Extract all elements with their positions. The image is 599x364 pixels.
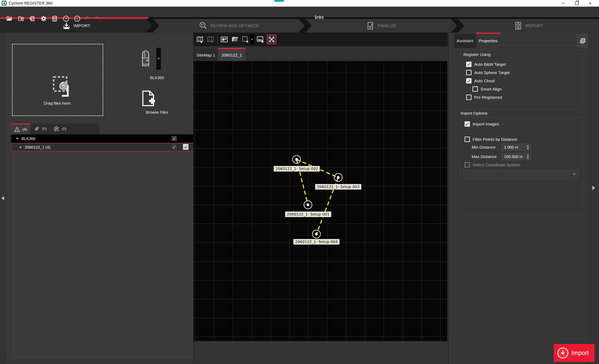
field-label: Min Distance bbox=[472, 145, 499, 150]
svg-text:?: ? bbox=[65, 17, 67, 21]
show-links-tool[interactable] bbox=[267, 34, 276, 44]
main-area: Drag files here. BLK360 Browse Files bbox=[0, 33, 599, 364]
setup-node-001[interactable] bbox=[304, 201, 312, 209]
minimize-button[interactable] bbox=[557, 0, 570, 7]
maximize-button[interactable] bbox=[571, 0, 583, 7]
add-geotag-button[interactable] bbox=[230, 35, 239, 44]
sitemap-canvas[interactable]: 2060122_1- Setup 002 2060122_1- Setup 00… bbox=[194, 61, 447, 341]
tree-checkbox-checked[interactable]: ✓ bbox=[172, 144, 177, 150]
checkbox-checked[interactable] bbox=[466, 62, 471, 67]
image-thumbnail-icon[interactable] bbox=[183, 144, 188, 150]
coordinate-system-dropdown[interactable] bbox=[463, 170, 579, 178]
setup-label[interactable]: 2060122_1- Setup 004 bbox=[293, 239, 340, 245]
setup-label[interactable]: 2060122_1- Setup 003 bbox=[315, 184, 361, 190]
tab-2060122-1[interactable]: 2060122_1 bbox=[218, 48, 246, 61]
tab-sitemap-1[interactable]: SiteMap 1 bbox=[194, 49, 218, 61]
spinner-control[interactable] bbox=[526, 154, 530, 160]
panel-layout-button[interactable] bbox=[577, 34, 588, 48]
divider bbox=[6, 121, 198, 122]
option-auto-sphere-target[interactable]: Auto Sphere Target bbox=[466, 70, 510, 75]
finalize-step-icon bbox=[366, 21, 375, 30]
checkbox-unchecked[interactable] bbox=[472, 86, 478, 92]
open-project-button[interactable] bbox=[6, 15, 14, 23]
warning-icon bbox=[14, 127, 20, 132]
device-source-block[interactable]: BLK360 bbox=[123, 42, 190, 81]
setup-node-003[interactable] bbox=[334, 173, 343, 182]
workflow-step-label: REPORT bbox=[526, 23, 543, 28]
option-pre-registered[interactable]: Pre-Registered bbox=[466, 95, 502, 100]
undo-button[interactable] bbox=[84, 15, 91, 23]
chevron-down-icon bbox=[158, 58, 160, 59]
setup-label[interactable]: 2060122_1- Setup 001 bbox=[285, 212, 331, 217]
info-button[interactable]: i bbox=[73, 15, 81, 23]
attachment-icon bbox=[34, 126, 40, 132]
option-filter-points[interactable]: Filter Points by Distance bbox=[465, 137, 517, 142]
checkbox-checked[interactable] bbox=[465, 121, 470, 127]
file-plus-icon bbox=[141, 90, 155, 107]
tree-row-blk360[interactable]: BLK360 ✓ bbox=[11, 135, 197, 143]
option-auto-bw-target[interactable]: Auto B&W Target bbox=[466, 62, 506, 67]
spinner-control[interactable] bbox=[526, 144, 530, 150]
workflow-step-report[interactable]: REPORT bbox=[458, 19, 599, 33]
register-using-group: Register Using Auto B&W Target Auto Sphe… bbox=[460, 50, 584, 109]
left-panel-gutter bbox=[0, 33, 6, 364]
min-distance-input[interactable]: 1.000 m bbox=[502, 144, 531, 151]
tab-attachments[interactable]: (0) bbox=[30, 124, 50, 134]
close-button[interactable]: × bbox=[584, 0, 596, 7]
group-title: Import Options bbox=[460, 111, 488, 116]
expander-down-icon[interactable] bbox=[16, 138, 19, 140]
export-image-button[interactable] bbox=[256, 35, 265, 44]
workflow-step-finalize[interactable]: FINALIZE bbox=[305, 19, 457, 33]
archive-project-button[interactable] bbox=[28, 15, 36, 23]
group-title: Register Using bbox=[463, 52, 491, 57]
option-import-images[interactable]: Import Images bbox=[465, 121, 499, 127]
area-select-button[interactable] bbox=[241, 35, 250, 44]
collapse-left-panel-arrow[interactable] bbox=[1, 196, 4, 200]
checkbox-disabled[interactable] bbox=[465, 162, 470, 168]
field-value: 1.000 m bbox=[504, 145, 518, 150]
expander-right-icon[interactable] bbox=[20, 146, 22, 149]
option-auto-cloud[interactable]: Auto Cloud bbox=[466, 78, 495, 84]
add-base-image-button[interactable] bbox=[220, 35, 229, 44]
tab-models[interactable]: (0) bbox=[50, 124, 70, 134]
checkbox-checked[interactable] bbox=[466, 78, 471, 84]
remove-sitemap-button[interactable] bbox=[206, 35, 215, 44]
setup-label[interactable]: 2060122_1- Setup 002 bbox=[274, 166, 320, 172]
storage-button[interactable] bbox=[51, 15, 59, 23]
spin-up-icon[interactable] bbox=[527, 145, 529, 147]
max-distance-row: Max Distance 100.000 m bbox=[472, 153, 531, 160]
close-project-button[interactable] bbox=[18, 15, 25, 23]
help-button[interactable]: ? bbox=[62, 15, 70, 23]
spin-down-icon[interactable] bbox=[527, 157, 529, 159]
setup-node-dot bbox=[307, 203, 309, 206]
info-icon: i bbox=[74, 15, 80, 22]
checkbox-unchecked[interactable] bbox=[465, 137, 470, 142]
tab-properties[interactable]: Properties bbox=[476, 33, 500, 48]
add-sitemap-button[interactable] bbox=[195, 35, 204, 44]
workflow-step-review[interactable]: REVIEW AND OPTIMIZE bbox=[153, 19, 305, 33]
setup-node-dot bbox=[295, 158, 298, 161]
checkbox-unchecked[interactable] bbox=[466, 70, 471, 75]
spin-up-icon[interactable] bbox=[527, 154, 529, 156]
file-dropzone[interactable]: Drag files here. bbox=[12, 44, 103, 116]
option-smart-align[interactable]: Smart Align bbox=[472, 86, 502, 92]
device-list-scrollbar[interactable] bbox=[156, 48, 161, 70]
redo-button[interactable] bbox=[93, 15, 101, 23]
spin-down-icon[interactable] bbox=[527, 148, 529, 149]
max-distance-input[interactable]: 100.000 m bbox=[502, 153, 531, 160]
tree-row-2060122-1[interactable]: 2060122_1 (4) ✓ bbox=[11, 143, 197, 151]
close-icon: × bbox=[589, 1, 591, 6]
setup-node-002[interactable] bbox=[292, 155, 301, 164]
checkbox-unchecked[interactable] bbox=[466, 95, 471, 100]
option-select-coordinate-system[interactable]: Select Coordinate System bbox=[465, 162, 520, 168]
select-mode-dropdown[interactable] bbox=[250, 34, 254, 45]
settings-button[interactable] bbox=[40, 15, 48, 23]
chevron-down-icon bbox=[251, 39, 253, 40]
expand-right-panel-arrow[interactable] bbox=[592, 186, 595, 190]
import-button[interactable]: Import bbox=[554, 344, 595, 362]
tree-checkbox-checked[interactable]: ✓ bbox=[172, 136, 177, 141]
browse-files-block[interactable]: Browse Files bbox=[123, 89, 190, 120]
setup-node-004[interactable] bbox=[312, 230, 321, 238]
tab-warnings[interactable]: (4) bbox=[11, 124, 30, 134]
tab-assistant[interactable]: Assistant bbox=[454, 34, 476, 48]
